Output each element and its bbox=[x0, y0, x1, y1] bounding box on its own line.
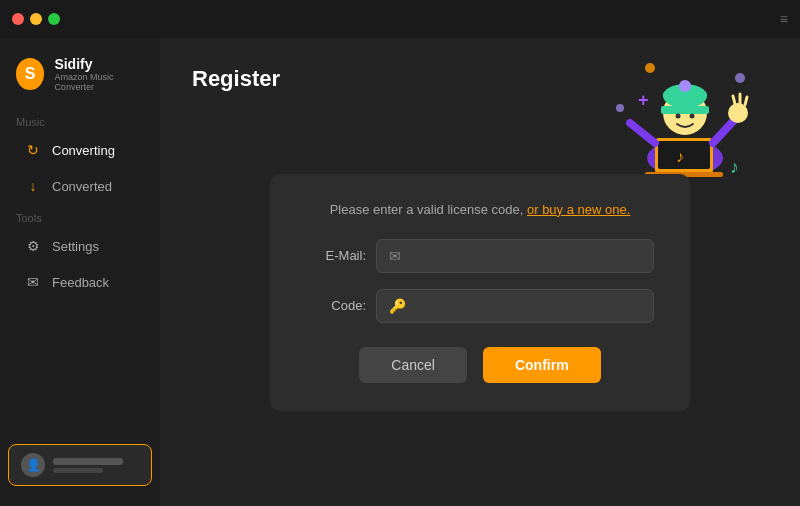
minimize-button[interactable] bbox=[30, 13, 42, 25]
sidebar-item-label-converting: Converting bbox=[52, 143, 115, 158]
confirm-button[interactable]: Confirm bbox=[483, 347, 601, 383]
code-label: Code: bbox=[306, 298, 366, 313]
main-content: Register + ♪ ♪ bbox=[160, 38, 800, 506]
menu-icon[interactable]: ≡ bbox=[780, 11, 788, 27]
logo-text: Sidify Amazon Music Converter bbox=[54, 56, 144, 92]
sidebar-item-label-feedback: Feedback bbox=[52, 275, 109, 290]
modal-actions: Cancel Confirm bbox=[306, 347, 654, 383]
sidebar: S Sidify Amazon Music Converter Music ↻ … bbox=[0, 38, 160, 506]
titlebar: ≡ bbox=[0, 0, 800, 38]
modal-overlay: Please enter a valid license code, or bu… bbox=[160, 38, 800, 506]
cancel-button[interactable]: Cancel bbox=[359, 347, 467, 383]
sidebar-item-feedback[interactable]: ✉ Feedback bbox=[8, 265, 152, 299]
code-row: Code: 🔑 bbox=[306, 289, 654, 323]
converting-icon: ↻ bbox=[24, 141, 42, 159]
sidebar-item-converted[interactable]: ↓ Converted bbox=[8, 169, 152, 203]
sidebar-item-converting[interactable]: ↻ Converting bbox=[8, 133, 152, 167]
user-name-bar bbox=[53, 458, 123, 465]
email-row: E-Mail: ✉ bbox=[306, 239, 654, 273]
close-button[interactable] bbox=[12, 13, 24, 25]
section-label-music: Music bbox=[0, 108, 160, 132]
email-label: E-Mail: bbox=[306, 248, 366, 263]
code-input-wrapper: 🔑 bbox=[376, 289, 654, 323]
feedback-icon: ✉ bbox=[24, 273, 42, 291]
user-card[interactable]: 👤 bbox=[8, 444, 152, 486]
maximize-button[interactable] bbox=[48, 13, 60, 25]
avatar-icon: 👤 bbox=[26, 458, 41, 472]
logo-name: Sidify bbox=[54, 56, 144, 72]
modal-hint: Please enter a valid license code, or bu… bbox=[306, 202, 654, 217]
traffic-lights bbox=[12, 13, 60, 25]
buy-link[interactable]: or buy a new one. bbox=[527, 202, 630, 217]
email-input[interactable] bbox=[409, 248, 641, 263]
logo-icon: S bbox=[16, 58, 44, 90]
logo-subtitle: Amazon Music Converter bbox=[54, 72, 144, 92]
hint-text: Please enter a valid license code, bbox=[330, 202, 524, 217]
email-icon: ✉ bbox=[389, 248, 401, 264]
settings-icon: ⚙ bbox=[24, 237, 42, 255]
sidebar-bottom: 👤 bbox=[0, 434, 160, 496]
sidebar-item-settings[interactable]: ⚙ Settings bbox=[8, 229, 152, 263]
sidebar-item-label-converted: Converted bbox=[52, 179, 112, 194]
email-input-wrapper: ✉ bbox=[376, 239, 654, 273]
section-label-tools: Tools bbox=[0, 204, 160, 228]
app-body: S Sidify Amazon Music Converter Music ↻ … bbox=[0, 38, 800, 506]
avatar: 👤 bbox=[21, 453, 45, 477]
user-info bbox=[53, 458, 123, 473]
converted-icon: ↓ bbox=[24, 177, 42, 195]
user-sub-bar bbox=[53, 468, 103, 473]
key-icon: 🔑 bbox=[389, 298, 406, 314]
sidebar-logo: S Sidify Amazon Music Converter bbox=[0, 48, 160, 108]
sidebar-item-label-settings: Settings bbox=[52, 239, 99, 254]
register-modal: Please enter a valid license code, or bu… bbox=[270, 174, 690, 411]
code-input[interactable] bbox=[414, 298, 641, 313]
